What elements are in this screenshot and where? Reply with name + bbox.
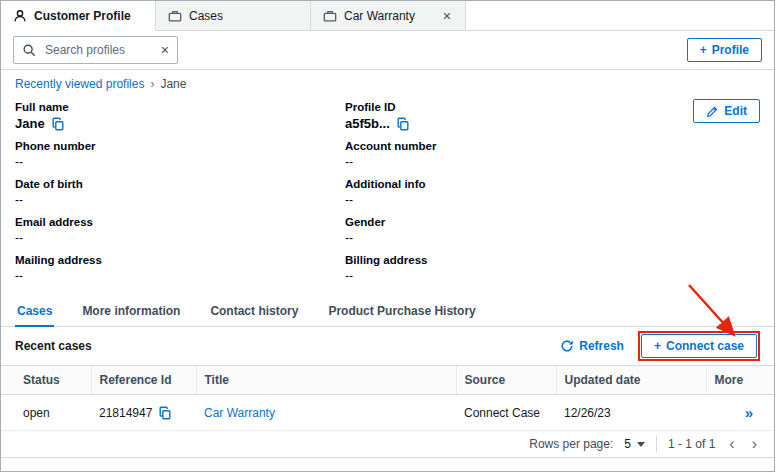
col-header-status[interactable]: Status (1, 366, 91, 395)
page-range: 1 - 1 of 1 (668, 437, 715, 451)
col-header-updated-date[interactable]: Updated date (556, 366, 706, 395)
copy-icon[interactable] (158, 406, 172, 420)
field-gender: Gender -- (345, 216, 760, 245)
cell-title: Car Warranty (196, 395, 456, 431)
clear-search-icon[interactable]: × (161, 43, 169, 57)
edit-profile-button[interactable]: Edit (693, 99, 760, 123)
recent-cases-table: Status Reference Id Title Source Updated… (1, 365, 774, 431)
customer-profile-app: Customer Profile Cases Car Warranty × × (0, 0, 775, 472)
window-tabbar: Customer Profile Cases Car Warranty × (1, 1, 774, 31)
previous-page-icon[interactable]: ‹ (726, 436, 737, 452)
chevron-right-icon: › (150, 77, 154, 91)
connect-case-button[interactable]: + Connect case (641, 334, 757, 358)
briefcase-icon (323, 9, 337, 23)
tab-more-information[interactable]: More information (80, 298, 182, 327)
close-tab-icon[interactable]: × (441, 9, 453, 23)
tab-car-warranty[interactable]: Car Warranty × (311, 1, 466, 31)
copy-icon[interactable] (51, 117, 65, 131)
field-billing-address: Billing address -- (345, 254, 760, 283)
col-header-title[interactable]: Title (196, 366, 456, 395)
tab-contact-history[interactable]: Contact history (208, 298, 300, 327)
tab-label: Cases (189, 9, 223, 23)
field-email-address: Email address -- (15, 216, 345, 245)
pagination-divider (656, 436, 657, 452)
field-label: Additional info (345, 178, 760, 190)
search-box[interactable]: × (13, 36, 178, 64)
field-value: -- (345, 193, 760, 207)
refresh-icon (560, 339, 574, 353)
cell-status: open (1, 395, 91, 431)
add-profile-button[interactable]: + Profile (687, 38, 762, 62)
field-value: -- (15, 231, 345, 245)
field-value: -- (15, 269, 345, 283)
col-header-reference-id[interactable]: Reference Id (91, 366, 196, 395)
case-title-link[interactable]: Car Warranty (204, 406, 275, 420)
profile-details-section: Edit Full name Jane Profile ID a5f5b... (1, 97, 774, 283)
col-header-source[interactable]: Source (456, 366, 556, 395)
next-page-icon[interactable]: › (749, 436, 760, 452)
field-label: Account number (345, 140, 760, 152)
expand-case-icon[interactable]: » (745, 404, 752, 421)
field-value: -- (15, 193, 345, 207)
search-input[interactable] (43, 42, 154, 58)
plus-icon: + (654, 339, 661, 353)
tab-label: Car Warranty (344, 9, 415, 23)
field-label: Mailing address (15, 254, 345, 266)
cell-source: Connect Case (456, 395, 556, 431)
plus-icon: + (700, 43, 707, 57)
field-account-number: Account number -- (345, 140, 760, 169)
field-label: Email address (15, 216, 345, 228)
cell-updated-date: 12/26/23 (556, 395, 706, 431)
pencil-icon (706, 105, 719, 118)
col-header-more: More (706, 366, 774, 395)
rows-per-page-value: 5 (624, 437, 631, 451)
tab-cases[interactable]: Cases (156, 1, 311, 31)
field-value: -- (345, 231, 760, 245)
section-title: Recent cases (15, 339, 92, 353)
field-label: Date of birth (15, 178, 345, 190)
button-label: Connect case (666, 339, 744, 353)
tab-cases-detail[interactable]: Cases (15, 298, 54, 327)
field-phone-number: Phone number -- (15, 140, 345, 169)
button-label: Refresh (579, 339, 624, 353)
button-label: Profile (712, 43, 749, 57)
tab-label: Customer Profile (34, 9, 131, 23)
field-value: -- (15, 155, 345, 169)
profile-fields-grid: Full name Jane Profile ID a5f5b... (15, 101, 760, 283)
field-value: -- (345, 155, 760, 169)
rows-per-page-select[interactable]: 5 (624, 437, 645, 451)
profile-toolbar: × + Profile (1, 31, 774, 70)
recent-cases-header: Recent cases Refresh + Connect case (1, 327, 774, 365)
profile-detail-tabs: Cases More information Contact history P… (1, 298, 774, 327)
field-value: -- (345, 269, 760, 283)
annotation-highlight-box: + Connect case (638, 331, 760, 361)
chevron-down-icon (637, 442, 645, 447)
field-additional-info: Additional info -- (345, 178, 760, 207)
table-pagination: Rows per page: 5 1 - 1 of 1 ‹ › (1, 431, 774, 458)
cell-reference-id: 21814947 (91, 395, 196, 431)
tab-customer-profile[interactable]: Customer Profile (1, 1, 156, 31)
breadcrumb-link-recently-viewed[interactable]: Recently viewed profiles (15, 77, 144, 91)
table-row[interactable]: open 21814947 Car Warranty Connect Case … (1, 395, 774, 431)
breadcrumb: Recently viewed profiles › Jane (1, 70, 774, 97)
copy-icon[interactable] (396, 117, 410, 131)
cell-more: » (706, 395, 774, 431)
tabbar-filler (466, 1, 774, 31)
field-mailing-address: Mailing address -- (15, 254, 345, 283)
person-icon (13, 9, 27, 23)
briefcase-icon (168, 9, 182, 23)
refresh-button[interactable]: Refresh (560, 339, 624, 353)
field-label: Phone number (15, 140, 345, 152)
breadcrumb-current: Jane (160, 77, 186, 91)
field-label: Billing address (345, 254, 760, 266)
field-full-name: Full name Jane (15, 101, 345, 131)
field-label: Full name (15, 101, 345, 113)
search-icon (22, 43, 36, 57)
field-label: Gender (345, 216, 760, 228)
field-value: a5f5b... (345, 116, 390, 131)
field-date-of-birth: Date of birth -- (15, 178, 345, 207)
tab-product-purchase-history[interactable]: Product Purchase History (326, 298, 477, 327)
cases-actions: Refresh + Connect case (560, 331, 760, 361)
button-label: Edit (724, 104, 747, 118)
rows-per-page-label: Rows per page: (529, 437, 613, 451)
